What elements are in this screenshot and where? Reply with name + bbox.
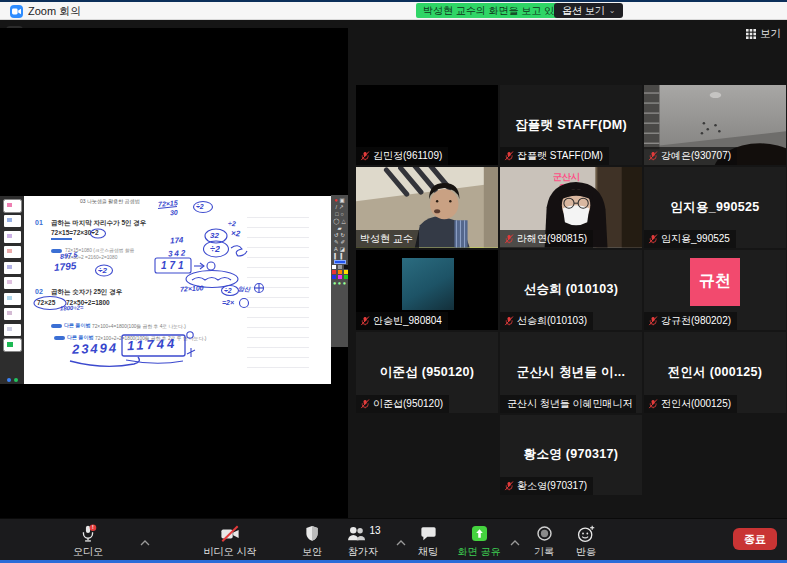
zoom-logo-icon xyxy=(10,5,23,18)
pen3-icon[interactable]: ▍ xyxy=(341,253,345,259)
green-dot-icon xyxy=(14,378,18,382)
pen-icon[interactable]: ✎ xyxy=(334,239,339,245)
select-icon[interactable]: ▣ xyxy=(340,197,345,203)
participant-tile[interactable]: 규천 강규천(980202) xyxy=(644,250,786,330)
section1-title: 곱하는 마지막 자리수가 5인 경우 xyxy=(51,219,146,228)
chat-icon xyxy=(419,524,438,543)
ink-note: ÷2 xyxy=(228,220,236,228)
color-gray[interactable] xyxy=(338,265,342,269)
audio-button[interactable]: ! 오디오 xyxy=(62,524,114,559)
ink-note: 1800÷2= xyxy=(60,304,84,311)
participants-options-caret[interactable] xyxy=(396,534,406,549)
participant-nametag: 안승빈_980804 xyxy=(356,312,448,330)
color-red[interactable] xyxy=(332,270,336,274)
participant-gallery: 김민정(961109) 잡플랫 STAFF(DM) 잡플랫 STAFF(DM) xyxy=(356,85,786,495)
page-thumbnail-current[interactable] xyxy=(4,339,21,351)
participant-tile[interactable]: 선승희 (010103) 선승희(010103) xyxy=(500,250,642,330)
section2-number: 02 xyxy=(35,288,43,295)
color-black[interactable] xyxy=(344,265,348,269)
share-options-caret[interactable] xyxy=(510,534,520,549)
participant-tile[interactable]: 군산시 청년들 이... 군산시 청년들 이혜민매니저 xyxy=(500,332,642,412)
laser-icon[interactable]: ● xyxy=(334,197,337,203)
start-video-button[interactable]: 비디오 시작 xyxy=(198,524,262,559)
rect-icon[interactable]: □ xyxy=(335,211,338,217)
color-green[interactable] xyxy=(344,275,348,279)
participant-tile[interactable]: 임지용_990525 임지용_990525 xyxy=(644,167,786,247)
participant-tile-active-speaker[interactable]: 박성현 교수 xyxy=(356,167,498,247)
participant-tile[interactable]: 이준섭 (950120) 이준섭(950120) xyxy=(356,332,498,412)
triangle-icon[interactable]: △ xyxy=(341,218,345,224)
chat-button[interactable]: 채팅 xyxy=(408,524,448,559)
audio-options-caret[interactable] xyxy=(140,534,150,549)
circle-icon[interactable]: ○ xyxy=(341,211,344,217)
arrow-icon[interactable]: ↗ xyxy=(339,204,344,210)
page-thumbnail[interactable] xyxy=(4,246,21,258)
alt2-label: 다른 풀이법 xyxy=(67,334,93,340)
text-tool-icon[interactable]: A xyxy=(334,246,338,252)
video-off-icon xyxy=(219,524,241,543)
annotation-toolbar[interactable]: ●▣ /↗ □○ ◯△ ▰ ↺↻ ✎✐ A◪ ▍▍ ● ● ● xyxy=(331,195,348,347)
end-meeting-button[interactable]: 종료 xyxy=(733,528,777,550)
record-label: 기록 xyxy=(534,545,554,559)
view-options-button[interactable]: 옵션 보기 ⌄ xyxy=(554,3,623,18)
security-button[interactable]: 보안 xyxy=(290,524,334,559)
fill-icon[interactable]: ▰ xyxy=(337,225,341,231)
page-thumbnail-sidebar[interactable] xyxy=(0,196,24,384)
highlighter-icon[interactable]: ✐ xyxy=(341,239,346,245)
page-thumbnail[interactable] xyxy=(4,293,21,305)
participant-name: 박성현 교수 xyxy=(360,232,413,246)
page-thumbnail[interactable] xyxy=(4,277,21,289)
pen2-icon[interactable]: ▍ xyxy=(334,253,338,259)
color-white[interactable] xyxy=(332,265,336,269)
participant-nametag: 라해연(980815) xyxy=(500,230,593,248)
ellipse-icon[interactable]: ◯ xyxy=(333,218,339,224)
dark-webcam-frame xyxy=(402,258,454,310)
participant-tile[interactable]: 군산시 청년들 라해연(980815) xyxy=(500,167,642,247)
muted-mic-icon xyxy=(504,316,514,326)
participant-tile[interactable]: 안승빈_980804 xyxy=(356,250,498,330)
page-thumbnail[interactable] xyxy=(4,262,21,274)
participant-tile[interactable]: 김민정(961109) xyxy=(356,85,498,165)
participant-name: 이준섭(950120) xyxy=(373,397,443,411)
color-magenta[interactable] xyxy=(338,275,342,279)
view-button[interactable]: 보기 xyxy=(746,26,781,42)
ink-note: 32 xyxy=(210,231,219,240)
blue-dot-icon xyxy=(7,378,11,382)
page-thumbnail[interactable] xyxy=(4,200,21,212)
muted-mic-icon xyxy=(504,481,514,491)
document-page: 03 나눗셈을 활용한 곱셈법 01 곱하는 마지막 자리수가 5인 경우 72… xyxy=(24,196,331,384)
participants-button[interactable]: 13 참가자 xyxy=(334,524,392,559)
reactions-button[interactable]: 반응 xyxy=(566,524,606,559)
page-thumbnail[interactable] xyxy=(4,308,21,320)
share-screen-button[interactable]: 화면 공유 xyxy=(450,524,508,559)
grid-view-icon xyxy=(746,29,756,39)
mic-icon: ! xyxy=(78,524,98,543)
participant-tile[interactable]: 황소영 (970317) 황소영(970317) xyxy=(500,415,642,495)
page-thumbnail[interactable] xyxy=(4,231,21,243)
app-title-text: Zoom 회의 xyxy=(28,4,81,19)
section1-number: 01 xyxy=(35,219,43,226)
record-button[interactable]: 기록 xyxy=(524,524,564,559)
color-blue[interactable] xyxy=(332,275,336,279)
line-icon[interactable]: / xyxy=(335,204,337,210)
participant-tile[interactable]: 잡플랫 STAFF(DM) 잡플랫 STAFF(DM) xyxy=(500,85,642,165)
ink-note: 174 xyxy=(170,236,184,246)
ink-note: 1795 xyxy=(54,260,77,273)
participant-tile[interactable]: 강예은(930707) xyxy=(644,85,786,165)
page-thumbnail[interactable] xyxy=(4,215,21,227)
selected-color-bar[interactable] xyxy=(334,260,346,264)
audio-label: 오디오 xyxy=(73,545,103,559)
muted-mic-icon xyxy=(648,399,658,409)
muted-mic-icon xyxy=(648,316,658,326)
color-orange[interactable] xyxy=(338,270,342,274)
participant-nametag: 임지용_990525 xyxy=(644,230,736,248)
ink-note: ÷2 xyxy=(224,287,232,294)
color-yellow[interactable] xyxy=(344,270,348,274)
eraser-icon[interactable]: ◪ xyxy=(340,246,345,252)
participant-nametag: 선승희(010103) xyxy=(500,312,593,330)
undo-icon[interactable]: ↺ xyxy=(334,232,339,238)
page-thumbnail[interactable] xyxy=(4,324,21,336)
redo-icon[interactable]: ↻ xyxy=(341,232,346,238)
participant-nametag: 강예은(930707) xyxy=(644,147,737,165)
participant-tile[interactable]: 전인서 (000125) 전인서(000125) xyxy=(644,332,786,412)
